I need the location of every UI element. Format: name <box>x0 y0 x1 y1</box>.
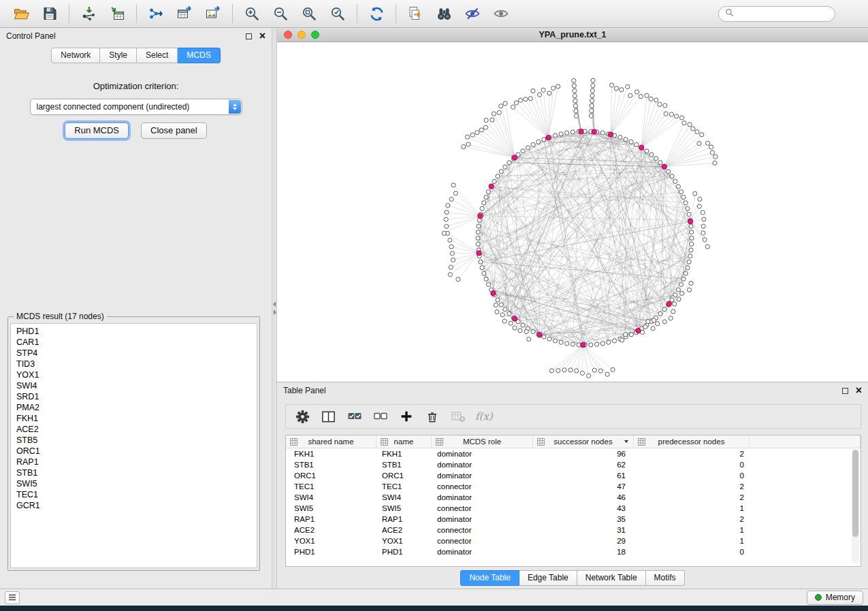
delete-row-button[interactable] <box>421 406 443 427</box>
export-table-button[interactable] <box>172 2 197 25</box>
share-document-button[interactable] <box>403 2 428 25</box>
import-table-button[interactable] <box>105 2 129 25</box>
result-list-item[interactable]: SRD1 <box>16 391 257 402</box>
import-network-button[interactable] <box>76 2 101 25</box>
result-list-item[interactable]: PMA2 <box>16 402 257 413</box>
deselect-all-button[interactable] <box>370 406 391 427</box>
gear-button[interactable] <box>292 406 313 427</box>
tab-edge-table[interactable]: Edge Table <box>519 570 577 586</box>
close-panel-icon[interactable]: × <box>259 31 266 42</box>
zoom-out-button[interactable] <box>268 2 293 25</box>
result-list-item[interactable]: RAP1 <box>16 457 257 467</box>
result-list-item[interactable]: TID3 <box>16 359 257 369</box>
refresh-button[interactable] <box>364 2 389 25</box>
result-list-item[interactable]: CAR1 <box>16 337 257 348</box>
table-cell: 31 <box>533 526 634 534</box>
result-list-item[interactable]: FKH1 <box>16 413 257 424</box>
result-list-item[interactable]: SWI5 <box>16 478 257 489</box>
result-list-item[interactable]: YOX1 <box>16 369 257 380</box>
tab-motifs[interactable]: Motifs <box>646 570 685 586</box>
table-row[interactable]: RAP1RAP1dominator352 <box>286 514 861 525</box>
column-header-MCDS-role[interactable]: MCDS role <box>432 435 533 448</box>
tab-network-table[interactable]: Network Table <box>577 570 646 586</box>
task-history-button[interactable] <box>5 591 20 604</box>
control-panel-tabs: NetworkStyleSelectMCDS <box>0 48 272 63</box>
zoom-selected-icon <box>329 5 346 22</box>
table-row[interactable]: STB1STB1dominator620 <box>286 459 861 470</box>
table-cell: 0 <box>634 548 750 556</box>
result-list-item[interactable]: GCR1 <box>16 500 257 511</box>
close-table-panel-icon[interactable]: × <box>856 385 862 396</box>
open-folder-button[interactable] <box>9 2 33 25</box>
window-close-button[interactable] <box>284 31 292 39</box>
tab-node-table[interactable]: Node Table <box>460 570 519 586</box>
columns-button[interactable] <box>318 406 339 427</box>
zoom-in-button[interactable] <box>240 2 264 25</box>
deselect-all-icon <box>372 408 389 425</box>
export-network-button[interactable] <box>144 2 168 25</box>
table-cell: 2 <box>634 482 750 491</box>
scrollbar-thumb[interactable] <box>852 450 858 537</box>
eye-button[interactable] <box>489 2 513 25</box>
float-panel-icon[interactable] <box>246 33 252 39</box>
table-row[interactable]: FKH1FKH1dominator962 <box>286 448 861 459</box>
expand-right-icon[interactable] <box>274 310 276 315</box>
table-row[interactable]: ACE2ACE2connector311 <box>286 525 861 535</box>
window-zoom-button[interactable] <box>311 31 319 39</box>
export-image-icon <box>205 5 221 22</box>
result-list-item[interactable]: ORC1 <box>16 446 257 457</box>
result-list-item[interactable]: STP4 <box>16 348 257 359</box>
table-row[interactable]: ORC1ORC1dominator610 <box>286 470 861 481</box>
search-field[interactable] <box>718 6 835 22</box>
network-canvas[interactable] <box>277 42 867 382</box>
column-header-shared-name[interactable]: shared name <box>286 435 376 448</box>
eye-slash-button[interactable] <box>460 2 485 25</box>
table-row[interactable]: SWI5SWI5connector431 <box>286 503 861 514</box>
import-network-icon <box>80 5 97 22</box>
result-list-item[interactable]: TEC1 <box>16 489 257 500</box>
zoom-selected-button[interactable] <box>325 2 350 25</box>
table-row[interactable]: TEC1TEC1connector472 <box>286 481 861 492</box>
network-titlebar[interactable]: YPA_prune.txt_1 <box>277 28 868 42</box>
search-input[interactable] <box>737 9 829 18</box>
result-list-item[interactable]: SWI4 <box>16 380 257 391</box>
float-table-panel-icon[interactable] <box>842 388 848 394</box>
tab-network[interactable]: Network <box>51 48 100 63</box>
table-cell: ACE2 <box>286 526 376 534</box>
close-mcds-panel-button[interactable]: Close panel <box>141 122 207 139</box>
select-all-button[interactable] <box>344 406 365 427</box>
sort-chevron-icon[interactable] <box>624 440 628 443</box>
run-mcds-button[interactable]: Run MCDS <box>65 122 129 139</box>
zoom-fit-icon <box>301 5 317 22</box>
column-header-name[interactable]: name <box>376 435 432 448</box>
window-minimize-button[interactable] <box>298 31 306 39</box>
column-header-successor-nodes[interactable]: successor nodes <box>533 435 634 448</box>
zoom-fit-button[interactable] <box>297 2 321 25</box>
result-list-item[interactable]: STB1 <box>16 467 257 478</box>
table-cell: 29 <box>533 537 634 545</box>
table-panel-title: Table Panel <box>283 386 326 395</box>
save-button[interactable] <box>37 2 62 25</box>
result-list-item[interactable]: ACE2 <box>16 424 257 435</box>
optimization-criterion-dropdown[interactable]: largest connected component (undirected) <box>30 99 242 115</box>
table-row[interactable]: YOX1YOX1connector291 <box>286 535 861 546</box>
zoom-out-icon <box>272 5 289 22</box>
panel-splitter[interactable] <box>272 28 277 589</box>
tab-style[interactable]: Style <box>100 48 137 63</box>
tab-select[interactable]: Select <box>137 48 178 63</box>
tab-mcds[interactable]: MCDS <box>178 48 220 63</box>
table-cell: 61 <box>533 472 634 480</box>
add-row-button[interactable] <box>396 406 417 427</box>
column-header-predecessor-nodes[interactable]: predecessor nodes <box>634 435 750 448</box>
collapse-left-icon[interactable] <box>273 301 276 307</box>
binoculars-button[interactable] <box>432 2 456 25</box>
table-cell: PHD1 <box>286 548 376 556</box>
table-row[interactable]: PHD1PHD1dominator180 <box>286 546 861 557</box>
table-scrollbar[interactable] <box>852 450 859 563</box>
table-row[interactable]: SWI4SWI4dominator462 <box>286 492 861 503</box>
export-image-button[interactable] <box>201 2 225 25</box>
search-icon <box>725 7 734 20</box>
memory-button[interactable]: Memory <box>807 591 863 605</box>
result-list-item[interactable]: STB5 <box>16 435 257 446</box>
result-list-item[interactable]: PHD1 <box>16 326 257 337</box>
